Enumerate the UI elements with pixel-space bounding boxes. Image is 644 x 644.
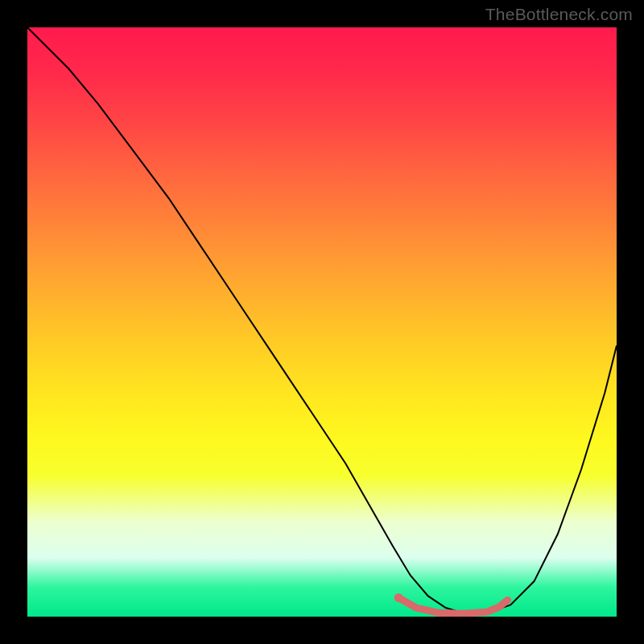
- marker-start-dot: [394, 593, 403, 602]
- optimal-range-marker-line: [398, 598, 507, 614]
- chart-overlay-svg: [27, 27, 617, 617]
- watermark-text: TheBottleneck.com: [485, 5, 633, 24]
- bottleneck-curve-line: [27, 27, 617, 613]
- chart-plot-area: [27, 27, 617, 617]
